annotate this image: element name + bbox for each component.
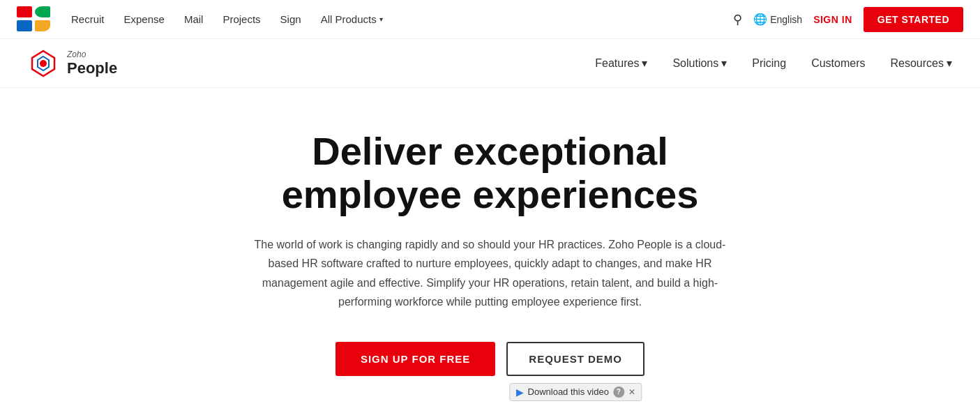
language-label: English [770, 14, 802, 25]
product-navbar: Zoho People Features ▾ Solutions ▾ Prici… [0, 39, 980, 88]
product-nav-links: Features ▾ Solutions ▾ Pricing Customers… [595, 57, 952, 70]
nav-link-recruit[interactable]: Recruit [71, 13, 105, 25]
nav-features[interactable]: Features ▾ [595, 57, 647, 70]
nav-link-mail[interactable]: Mail [184, 13, 204, 25]
nav-link-projects[interactable]: Projects [223, 13, 260, 25]
sign-in-button[interactable]: SIGN IN [813, 14, 852, 25]
logo-sq-green [35, 6, 50, 17]
zoho-logo[interactable] [17, 6, 52, 33]
top-nav-left: Recruit Expense Mail Projects Sign All P… [17, 6, 383, 33]
search-button[interactable]: ⚲ [733, 12, 742, 27]
play-icon: ▶ [516, 386, 524, 398]
request-demo-button[interactable]: REQUEST DEMO [506, 342, 644, 376]
hero-section: Deliver exceptional employee experiences… [0, 88, 980, 413]
nav-link-sign[interactable]: Sign [280, 13, 301, 25]
hero-buttons: SIGN UP FOR FREE REQUEST DEMO ▶ Download… [336, 342, 644, 376]
all-products-dropdown[interactable]: All Products ▾ [321, 13, 383, 25]
product-logo-text: Zoho People [67, 50, 117, 77]
chevron-down-icon: ▾ [721, 57, 727, 70]
signup-free-button[interactable]: SIGN UP FOR FREE [336, 342, 495, 376]
solutions-label: Solutions [672, 57, 718, 70]
globe-icon: 🌐 [753, 13, 767, 26]
zoho-logo-squares [17, 6, 52, 33]
download-label: Download this video [528, 386, 609, 397]
help-button[interactable]: ? [613, 386, 624, 398]
logo-sq-blue [17, 20, 32, 31]
product-brand-name: People [67, 59, 117, 77]
pricing-label: Pricing [752, 57, 786, 70]
resources-label: Resources [891, 57, 944, 70]
nav-pricing[interactable]: Pricing [752, 57, 786, 70]
all-products-label: All Products [321, 13, 377, 25]
close-button[interactable]: ✕ [628, 387, 635, 397]
customers-label: Customers [811, 57, 865, 70]
nav-link-expense[interactable]: Expense [124, 13, 165, 25]
chevron-down-icon: ▾ [379, 15, 383, 23]
get-started-button[interactable]: GET STARTED [864, 7, 963, 32]
svg-point-2 [40, 60, 47, 67]
features-label: Features [595, 57, 639, 70]
chevron-down-icon: ▾ [947, 57, 952, 70]
download-tooltip: ▶ Download this video ? ✕ [510, 383, 642, 401]
top-navbar: Recruit Expense Mail Projects Sign All P… [0, 0, 980, 39]
people-logo-icon [28, 48, 59, 79]
top-nav-right: ⚲ 🌐 English SIGN IN GET STARTED [733, 7, 963, 32]
chevron-down-icon: ▾ [642, 57, 647, 70]
nav-solutions[interactable]: Solutions ▾ [672, 57, 727, 70]
nav-customers[interactable]: Customers [811, 57, 865, 70]
product-logo[interactable]: Zoho People [28, 48, 117, 79]
search-icon: ⚲ [733, 13, 742, 27]
language-selector[interactable]: 🌐 English [753, 13, 802, 26]
hero-title: Deliver exceptional employee experiences [218, 130, 762, 216]
logo-sq-yellow [35, 20, 50, 31]
nav-resources[interactable]: Resources ▾ [891, 57, 952, 70]
logo-sq-red [17, 6, 32, 17]
hero-subtitle: The world of work is changing rapidly an… [253, 235, 728, 311]
product-brand-zoho: Zoho [67, 50, 117, 59]
